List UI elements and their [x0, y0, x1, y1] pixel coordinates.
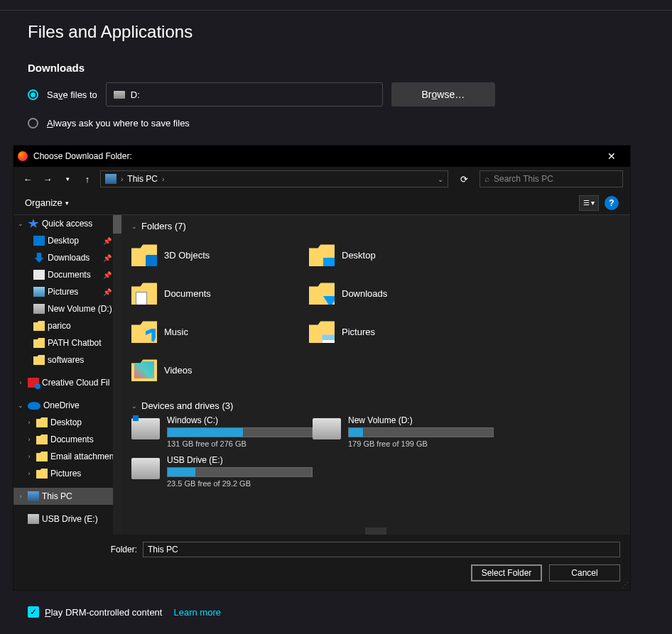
tree-onedrive[interactable]: ⌄OneDrive: [13, 397, 121, 414]
tree-pictures[interactable]: Pictures📌: [13, 283, 121, 300]
organize-menu[interactable]: Organize ▾: [25, 197, 69, 208]
close-button[interactable]: ✕: [597, 146, 626, 167]
folder-videos[interactable]: Videos: [131, 351, 309, 389]
tree-documents[interactable]: Documents📌: [13, 266, 121, 283]
folder-name-input[interactable]: [143, 542, 620, 557]
drm-label: Play DRM-controlled content: [45, 607, 162, 618]
folder-music[interactable]: Music: [131, 312, 309, 351]
tree-softwares[interactable]: softwares: [13, 351, 121, 368]
tree-scrollbar[interactable]: [113, 215, 121, 535]
tree-od-documents[interactable]: ›Documents: [13, 431, 121, 448]
forward-button[interactable]: →: [40, 172, 55, 186]
tree-downloads[interactable]: Downloads📌: [13, 249, 121, 266]
refresh-button[interactable]: ⟳: [454, 170, 474, 187]
folder-desktop[interactable]: Desktop: [309, 236, 487, 274]
search-icon: ⌕: [484, 174, 489, 184]
breadcrumb-dropdown[interactable]: ⌄: [438, 175, 443, 183]
tree-this-pc[interactable]: ›This PC: [13, 488, 121, 505]
drive-d[interactable]: New Volume (D:)179 GB free of 199 GB: [313, 415, 494, 448]
radio-always-ask[interactable]: [28, 118, 38, 129]
view-options[interactable]: ☰ ▾: [579, 195, 599, 211]
folder-dialog: Choose Download Folder: ✕ ← → ▾ ↑ › This…: [13, 145, 631, 591]
dialog-titlebar[interactable]: Choose Download Folder: ✕: [13, 146, 630, 167]
drive-icon: [313, 418, 341, 439]
search-placeholder: Search This PC: [494, 174, 553, 184]
drive-icon: [131, 418, 160, 439]
always-ask-label: Always ask you where to save files: [47, 118, 190, 129]
recent-button[interactable]: ▾: [60, 172, 75, 186]
resize-grip[interactable]: ⋰: [622, 581, 629, 589]
save-path-text: D:: [131, 89, 140, 100]
learn-more-link[interactable]: Learn more: [173, 607, 220, 618]
folders-group-header[interactable]: ⌄Folders (7): [121, 215, 630, 234]
tree-od-desktop[interactable]: ›Desktop: [13, 414, 121, 431]
back-button[interactable]: ←: [21, 172, 35, 186]
folder-3d-objects[interactable]: 3D Objects: [131, 236, 309, 274]
folder-pictures[interactable]: Pictures: [309, 312, 487, 351]
nav-tree: ⌄Quick access Desktop📌 Downloads📌 Docume…: [13, 215, 121, 535]
tree-od-pictures[interactable]: ›Pictures: [13, 465, 121, 482]
drive-c[interactable]: Windows (C:)131 GB free of 276 GB: [131, 415, 313, 448]
folder-field-label: Folder:: [23, 545, 137, 554]
tree-parico[interactable]: parico: [13, 317, 121, 334]
help-button[interactable]: ?: [605, 196, 619, 210]
chevron-icon: ›: [162, 175, 164, 183]
tree-od-email[interactable]: ›Email attachmen: [13, 448, 121, 465]
folder-downloads[interactable]: Downloads: [309, 274, 487, 312]
tree-desktop[interactable]: Desktop📌: [13, 232, 121, 249]
drive-icon: [114, 91, 125, 99]
drives-group-header[interactable]: ⌄Devices and drives (3): [121, 395, 630, 414]
search-input[interactable]: ⌕ Search This PC: [479, 170, 623, 187]
tree-usb[interactable]: USB Drive (E:): [13, 510, 121, 528]
chevron-icon: ›: [121, 175, 123, 183]
tree-path-chatbot[interactable]: PATH Chatbot: [13, 334, 121, 351]
save-files-label: Save files to: [47, 89, 97, 100]
browse-button[interactable]: Browse…: [391, 82, 495, 106]
firefox-icon: [18, 151, 28, 161]
section-title: Files and Applications: [0, 10, 672, 42]
select-folder-button[interactable]: Select Folder: [471, 564, 542, 581]
radio-save-files[interactable]: [28, 89, 38, 100]
folder-documents[interactable]: Documents: [131, 274, 309, 312]
dialog-title: Choose Download Folder:: [33, 151, 597, 161]
tree-creative-cloud[interactable]: ›Creative Cloud Fil: [13, 374, 121, 391]
downloads-heading: Downloads: [0, 42, 672, 80]
breadcrumb-text: This PC: [127, 174, 158, 184]
pc-icon: [105, 174, 116, 184]
save-path-field[interactable]: D:: [106, 82, 383, 106]
tree-new-volume[interactable]: New Volume (D:): [13, 300, 121, 317]
drive-icon: [131, 458, 160, 479]
breadcrumb[interactable]: › This PC › ⌄: [100, 170, 448, 187]
content-pane: ⌄Folders (7) 3D Objects Desktop Document…: [121, 215, 630, 535]
up-button[interactable]: ↑: [80, 172, 94, 186]
tree-quick-access[interactable]: ⌄Quick access: [13, 215, 121, 232]
drm-checkbox[interactable]: ✓: [28, 606, 39, 618]
drive-e[interactable]: USB Drive (E:)23.5 GB free of 29.2 GB: [131, 455, 313, 488]
cancel-button[interactable]: Cancel: [549, 564, 620, 581]
content-scrollbar[interactable]: [365, 528, 386, 535]
